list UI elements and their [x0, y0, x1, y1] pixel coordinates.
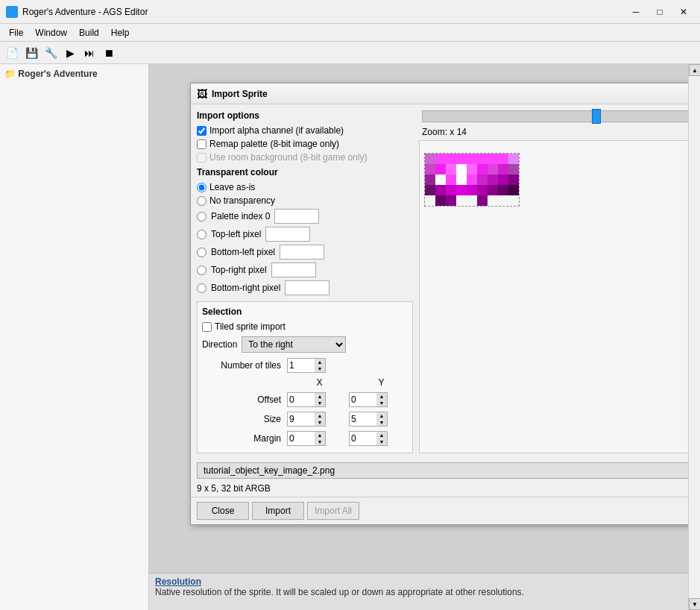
title-bar: Roger's Adventure - AGS Editor ─ □ ✕ [0, 0, 700, 24]
dialog-bottom: Close Import Import All [191, 497, 688, 524]
margin-label: Margin [253, 433, 281, 444]
margin-x-input[interactable] [288, 432, 315, 445]
toolbar-save[interactable]: 💾 [22, 44, 40, 62]
margin-x-spinner: ▲ ▼ [287, 431, 326, 446]
import-options-label: Import options [197, 110, 413, 121]
bottom-right-pixel-input[interactable] [285, 280, 329, 295]
top-left-pixel-label: Top-left pixel [211, 229, 261, 239]
use-room-bg-checkbox[interactable] [197, 153, 206, 163]
margin-x-spin-down[interactable]: ▼ [315, 438, 325, 445]
close-app-button[interactable]: ✕ [673, 4, 694, 20]
bottom-left-pixel-radio[interactable] [197, 248, 206, 257]
tiles-table: Number of tiles ▲ ▼ [202, 356, 408, 448]
size-y-spin-down[interactable]: ▼ [376, 419, 387, 426]
toolbar-run2[interactable]: ⏭ [81, 44, 98, 62]
size-x-spin-up[interactable]: ▲ [315, 412, 325, 419]
top-right-pixel-radio[interactable] [197, 265, 206, 275]
file-select-combo[interactable]: tutorial_object_key_image_2.png [197, 462, 688, 479]
spinner-buttons: ▲ ▼ [315, 359, 325, 372]
palette-index-radio[interactable] [197, 212, 206, 221]
no-transparency-radio[interactable] [197, 196, 206, 206]
spin-down[interactable]: ▼ [315, 365, 325, 372]
xy-header-row: X Y [202, 375, 408, 390]
transparent-colour-label: Transparent colour [197, 167, 413, 177]
number-of-tiles-label: Number of tiles [221, 360, 281, 371]
scroll-up-button[interactable]: ▲ [689, 64, 700, 76]
offset-y-spinner: ▲ ▼ [349, 392, 388, 407]
selection-section: Selection Tiled sprite import Direction … [197, 301, 413, 453]
minimize-button[interactable]: ─ [625, 4, 646, 20]
top-left-pixel-input[interactable] [265, 227, 310, 242]
margin-row: Margin ▲ ▼ [202, 429, 408, 448]
spin-up[interactable]: ▲ [315, 359, 325, 365]
offset-y-input[interactable] [350, 393, 376, 406]
top-right-pixel-input[interactable] [271, 262, 316, 277]
margin-y-spinner: ▲ ▼ [349, 431, 388, 446]
zoom-slider[interactable] [422, 110, 688, 122]
bottom-right-pixel-row: Bottom-right pixel [197, 280, 413, 295]
size-y-input[interactable] [350, 412, 376, 426]
toolbar-build[interactable]: 🔧 [42, 44, 60, 62]
number-of-tiles-input[interactable] [288, 359, 315, 372]
margin-x-spin-up[interactable]: ▲ [315, 432, 325, 438]
menu-help[interactable]: Help [105, 26, 136, 40]
scroll-down-button[interactable]: ▼ [689, 598, 700, 610]
no-transparency-row: No transparency [197, 195, 413, 206]
leave-as-is-radio[interactable] [197, 183, 206, 192]
selection-label: Selection [202, 306, 408, 317]
file-info-row: 9 x 5, 32 bit ARGB [191, 482, 688, 497]
menu-build[interactable]: Build [73, 26, 105, 40]
dialog-title: Import Sprite [212, 89, 688, 99]
x-header: X [316, 377, 322, 388]
right-scrollbar: ▲ ▼ [688, 64, 700, 610]
tiled-sprite-checkbox[interactable] [202, 322, 212, 332]
import-button[interactable]: Import [252, 502, 304, 520]
toolbar-stop[interactable]: ⏹ [100, 44, 118, 62]
bottom-left-pixel-input[interactable] [280, 245, 324, 260]
offset-x-input[interactable] [288, 393, 315, 406]
sidebar: 📁 Roger's Adventure [0, 64, 149, 610]
margin-y-input[interactable] [350, 432, 376, 445]
top-left-pixel-radio[interactable] [197, 230, 206, 239]
content-area: 🖼 Import Sprite ─ □ ✕ Import options [149, 64, 688, 610]
toolbar: 📄 💾 🔧 ▶ ⏭ ⏹ [0, 42, 700, 64]
size-x-spin-down[interactable]: ▼ [315, 419, 325, 426]
offset-x-spin-down[interactable]: ▼ [315, 400, 325, 406]
tiled-sprite-label: Tiled sprite import [215, 321, 286, 332]
import-alpha-checkbox[interactable] [197, 126, 206, 136]
import-alpha-row: Import alpha channel (if available) [197, 125, 413, 136]
dialog-file-row: tutorial_object_key_image_2.png [191, 459, 688, 482]
size-x-input[interactable] [288, 412, 315, 426]
palette-index-label: Palette index 0 [211, 211, 270, 221]
palette-index-input[interactable] [274, 209, 319, 224]
number-of-tiles-row: Number of tiles ▲ ▼ [202, 356, 408, 375]
direction-select[interactable]: To the right Downwards [242, 336, 346, 353]
maximize-button[interactable]: □ [649, 4, 670, 20]
close-button[interactable]: Close [197, 502, 249, 520]
menu-file[interactable]: File [3, 26, 29, 40]
offset-x-spinner: ▲ ▼ [287, 392, 326, 407]
remap-palette-row: Remap palette (8-bit image only) [197, 139, 413, 149]
toolbar-new[interactable]: 📄 [3, 44, 21, 62]
offset-x-spin-up[interactable]: ▲ [315, 393, 325, 400]
direction-row: Direction To the right Downwards [202, 336, 408, 353]
bottom-right-pixel-radio[interactable] [197, 283, 206, 293]
offset-label: Offset [257, 394, 281, 405]
main-area: 📁 Roger's Adventure 🖼 Import Sprite ─ □ … [0, 64, 700, 610]
import-all-button[interactable]: Import All [307, 502, 359, 520]
zoom-slider-container [419, 110, 688, 122]
menu-window[interactable]: Window [29, 26, 73, 40]
margin-y-spin-down[interactable]: ▼ [376, 438, 387, 445]
no-transparency-label: No transparency [209, 195, 275, 206]
sprite-canvas [424, 153, 520, 207]
size-y-spin-up[interactable]: ▲ [376, 412, 387, 419]
preview-area[interactable] [419, 140, 688, 453]
remap-palette-checkbox[interactable] [197, 139, 206, 149]
scroll-track [689, 76, 700, 598]
margin-y-spin-up[interactable]: ▲ [376, 432, 387, 438]
toolbar-run[interactable]: ▶ [61, 44, 79, 62]
offset-y-spin-up[interactable]: ▲ [376, 393, 387, 400]
offset-y-spin-down[interactable]: ▼ [376, 400, 387, 406]
dialog-right-panel: Zoom: x 14 [419, 110, 688, 453]
use-room-bg-row: Use room background (8-bit game only) [197, 152, 413, 163]
